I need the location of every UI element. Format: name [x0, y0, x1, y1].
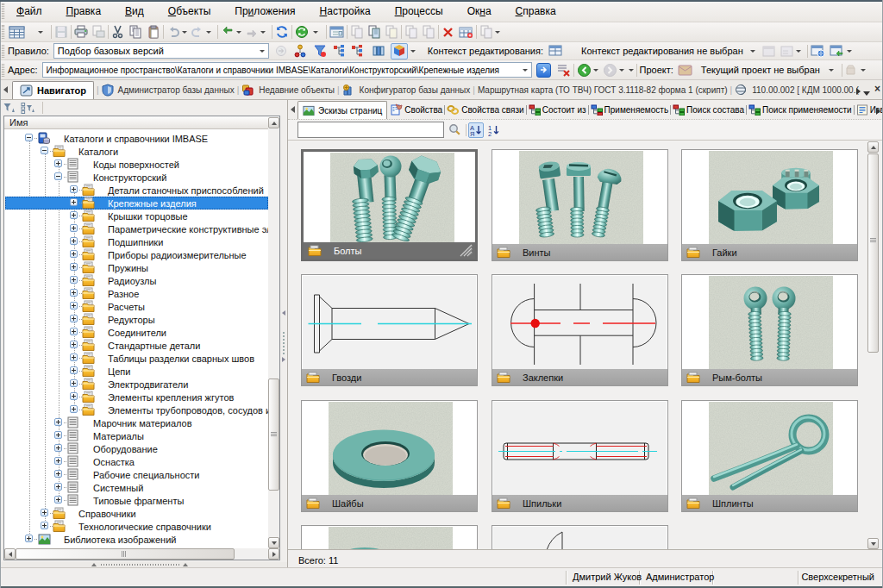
svg-text:2: 2 — [488, 129, 492, 136]
svg-text:Я: Я — [470, 129, 474, 136]
